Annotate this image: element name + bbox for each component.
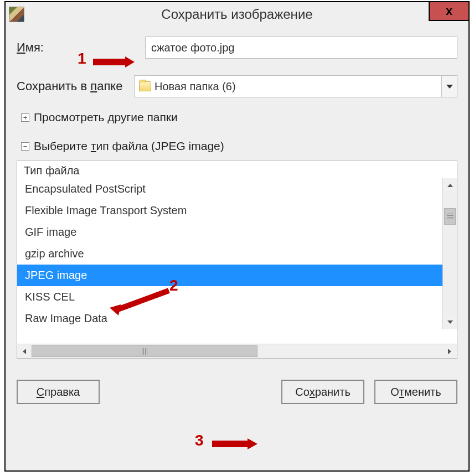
choose-type-label: Выберите тип файла (JPEG image) [34,139,224,153]
type-column-header: Тип файла [17,161,457,178]
expand-icon[interactable]: + [21,113,29,122]
save-button[interactable]: Сохранить [281,380,364,404]
folder-icon [139,81,151,91]
filename-input[interactable] [145,37,457,59]
hscroll-track[interactable] [32,344,442,358]
folder-value: Новая папка (6) [154,80,236,93]
type-list-body: Encapsulated PostScriptFlexible Image Tr… [17,178,457,344]
scroll-left-button[interactable] [17,344,32,358]
browse-folders-header[interactable]: + Просмотреть другие папки [21,111,457,124]
window-title: Сохранить изображение [6,7,468,22]
collapse-icon[interactable]: − [21,142,29,151]
scroll-right-button[interactable] [442,344,457,358]
file-type-item[interactable]: GIF image [17,221,442,243]
hgrip-icon [142,348,147,355]
file-type-item[interactable]: Flexible Image Transport System [17,200,442,221]
file-type-item[interactable]: Encapsulated PostScript [17,178,442,200]
choose-type-header[interactable]: − Выберите тип файла (JPEG image) [21,139,457,153]
horizontal-scrollbar[interactable] [17,344,457,358]
file-type-item[interactable]: KISS CEL [17,286,442,308]
titlebar: Сохранить изображение x [6,2,468,27]
folder-label: Сохранить в папке [17,79,127,94]
scroll-down-button[interactable] [443,315,457,329]
save-dialog-window: Сохранить изображение x Имя: Сохранить в… [4,1,470,472]
help-button[interactable]: Справка [17,380,100,404]
file-type-item[interactable]: JPEG image [17,265,442,286]
grip-icon [447,214,454,219]
folder-row: Сохранить в папке Новая папка (6) [17,75,457,97]
close-icon: x [446,4,452,18]
cancel-button[interactable]: Отменить [374,380,457,404]
arrow-up-icon [447,184,453,187]
arrow-right-icon [448,349,451,354]
file-type-item[interactable]: gzip archive [17,243,442,265]
file-type-item[interactable]: Raw Image Data [17,308,442,329]
arrow-down-icon [447,320,453,324]
vertical-scrollbar[interactable] [442,178,457,329]
file-type-list: Тип файла Encapsulated PostScriptFlexibl… [17,161,457,359]
arrow-left-icon [23,349,26,354]
scroll-track[interactable] [443,193,457,315]
scroll-thumb[interactable] [444,208,456,225]
name-row: Имя: [17,37,457,59]
name-label: Имя: [17,40,50,55]
hscroll-thumb[interactable] [32,345,257,357]
browse-folders-label: Просмотреть другие папки [34,111,178,124]
dialog-content: Имя: Сохранить в папке Новая папка (6) +… [6,27,468,470]
chevron-down-icon [446,85,453,89]
folder-dropdown-button[interactable] [441,76,457,97]
close-button[interactable]: x [429,1,470,21]
app-icon [9,7,24,22]
scroll-up-button[interactable] [443,178,457,193]
dialog-buttons: Справка Сохранить Отменить [17,380,457,404]
folder-select[interactable]: Новая папка (6) [134,75,457,97]
